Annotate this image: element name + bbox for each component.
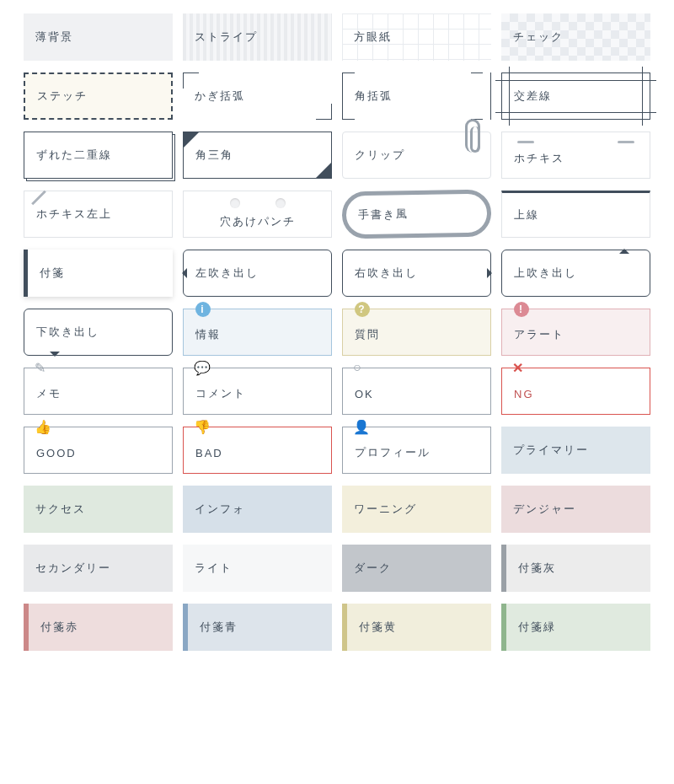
style-speech-bottom[interactable]: 下吹き出し (24, 309, 173, 356)
style-offset-double[interactable]: ずれた二重線 (24, 132, 173, 179)
label: プロフィール (355, 445, 431, 460)
label: 角括弧 (355, 89, 393, 104)
label: インフォ (195, 502, 245, 517)
label: ストライプ (195, 30, 258, 45)
label: サクセス (35, 502, 86, 517)
label: 上線 (514, 207, 539, 223)
label: 付箋緑 (518, 620, 556, 635)
label: メモ (36, 386, 62, 401)
label: 上吹き出し (514, 266, 577, 281)
circle-icon: ○ (353, 360, 363, 375)
style-fusen-green[interactable]: 付箋緑 (501, 604, 650, 651)
style-cross-line[interactable]: 交差線 (501, 72, 650, 120)
style-secondary[interactable]: セカンダリー (24, 545, 173, 592)
label: ライト (195, 561, 233, 576)
label: ホチキス (514, 151, 564, 166)
label: GOOD (36, 447, 77, 459)
label: 下吹き出し (36, 325, 99, 340)
style-memo[interactable]: ✎メモ (24, 368, 173, 415)
style-dark[interactable]: ダーク (342, 545, 491, 592)
label: かぎ括弧 (195, 89, 245, 104)
style-fusen[interactable]: 付箋 (24, 250, 173, 297)
label: 情報 (195, 327, 221, 342)
style-success[interactable]: サクセス (24, 486, 173, 533)
label: 付箋灰 (518, 561, 556, 576)
profile-icon: 👤 (353, 419, 372, 435)
style-good[interactable]: 👍GOOD (24, 427, 173, 474)
label: アラート (514, 327, 564, 342)
style-kagi-bracket[interactable]: かぎ括弧 (183, 72, 332, 120)
label: NG (514, 388, 534, 400)
label: ワーニング (354, 502, 417, 517)
style-staple-topleft[interactable]: ホチキス左上 (24, 191, 173, 238)
question-icon: ? (355, 302, 370, 317)
label: ステッチ (37, 89, 88, 104)
style-graph[interactable]: 方眼紙 (342, 13, 491, 61)
thumbs-down-icon: 👎 (194, 419, 212, 435)
style-question[interactable]: ?質問 (342, 309, 491, 356)
style-profile[interactable]: 👤プロフィール (342, 427, 491, 474)
label: プライマリー (513, 443, 589, 458)
label: OK (355, 388, 374, 400)
style-primary[interactable]: プライマリー (501, 427, 650, 474)
style-fusen-blue[interactable]: 付箋青 (183, 604, 332, 651)
style-overline[interactable]: 上線 (501, 191, 650, 238)
pencil-icon: ✎ (35, 360, 47, 376)
style-stripe[interactable]: ストライプ (183, 13, 332, 61)
label: 交差線 (514, 89, 552, 104)
style-check[interactable]: チェック (501, 13, 650, 61)
thumbs-up-icon: 👍 (35, 419, 53, 435)
staple-pins-icon (517, 141, 634, 143)
label: 薄背景 (35, 30, 73, 45)
style-speech-top[interactable]: 上吹き出し (501, 250, 650, 297)
x-icon: ✕ (512, 360, 525, 376)
style-light[interactable]: ライト (183, 545, 332, 592)
label: 質問 (355, 327, 380, 342)
clip-icon (465, 119, 480, 153)
label: 穴あけパンチ (220, 214, 296, 229)
style-thin-bg[interactable]: 薄背景 (24, 13, 173, 61)
info-icon: i (195, 302, 211, 317)
label: デンジャー (513, 502, 576, 517)
label: ずれた二重線 (36, 148, 112, 163)
style-clip[interactable]: クリップ (342, 132, 491, 179)
style-comment[interactable]: 💬コメント (183, 368, 332, 415)
style-fusen-red[interactable]: 付箋赤 (24, 604, 173, 651)
label: 付箋 (40, 266, 65, 281)
label: 付箋青 (200, 620, 238, 635)
style-info[interactable]: i情報 (183, 309, 332, 356)
style-stitch[interactable]: ステッチ (24, 72, 173, 120)
style-square-bracket[interactable]: 角括弧 (342, 72, 491, 120)
style-speech-right[interactable]: 右吹き出し (342, 250, 491, 297)
label: 方眼紙 (354, 30, 392, 45)
style-danger[interactable]: デンジャー (501, 486, 650, 533)
label: ダーク (354, 561, 392, 576)
label: 角三角 (195, 148, 233, 163)
label: 左吹き出し (195, 266, 259, 281)
alert-icon: ! (514, 302, 529, 317)
label: 付箋赤 (40, 620, 78, 635)
label: コメント (195, 386, 246, 401)
style-ng[interactable]: ✕NG (501, 368, 650, 415)
style-handdrawn[interactable]: 手書き風 (342, 189, 492, 239)
label: クリップ (355, 148, 405, 163)
style-warning[interactable]: ワーニング (342, 486, 491, 533)
style-alert[interactable]: !アラート (501, 309, 650, 356)
style-corner-triangle[interactable]: 角三角 (183, 132, 332, 179)
style-hole-punch[interactable]: 穴あけパンチ (183, 191, 332, 238)
label: チェック (513, 30, 564, 45)
style-fusen-gray[interactable]: 付箋灰 (501, 545, 650, 592)
style-speech-left[interactable]: 左吹き出し (183, 250, 332, 297)
punch-holes-icon (184, 198, 331, 208)
style-bad[interactable]: 👎BAD (183, 427, 332, 474)
comment-icon: 💬 (194, 360, 212, 376)
style-staple[interactable]: ホチキス (501, 132, 650, 179)
label: セカンダリー (35, 561, 111, 576)
label: BAD (195, 447, 223, 459)
style-ok[interactable]: ○OK (342, 368, 491, 415)
label: 右吹き出し (355, 266, 418, 281)
label: 付箋黄 (359, 620, 397, 635)
label: ホチキス左上 (36, 207, 112, 222)
style-info-fill[interactable]: インフォ (183, 486, 332, 533)
style-fusen-yellow[interactable]: 付箋黄 (342, 604, 491, 651)
